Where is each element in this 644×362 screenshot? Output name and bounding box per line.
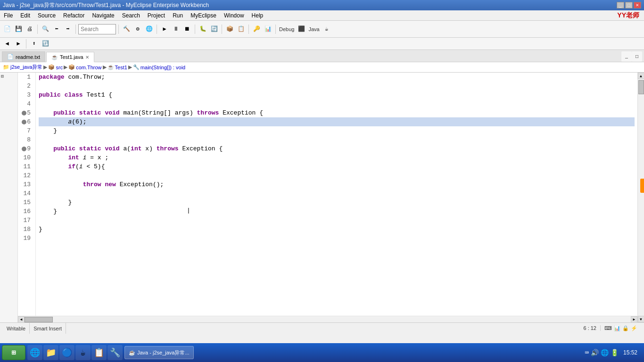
- taskbar-icon-ie[interactable]: 🌐: [27, 345, 42, 360]
- breadcrumb-icon-project: 📁: [3, 64, 9, 70]
- left-icons: ⊞: [0, 73, 17, 81]
- taskbar-app-icon: ☕: [129, 350, 135, 356]
- tb-btn-11[interactable]: ⏸: [171, 24, 181, 34]
- linenum-11: 11: [21, 162, 33, 171]
- tb-perspective[interactable]: ⬛: [296, 24, 306, 34]
- menu-run[interactable]: Run: [169, 10, 187, 20]
- menu-search[interactable]: Search: [118, 10, 144, 20]
- minimize-button[interactable]: _: [617, 2, 624, 8]
- hscroll-track[interactable]: [25, 317, 631, 322]
- nav-refresh[interactable]: 🔃: [40, 39, 50, 49]
- tb-btn-7[interactable]: 🔨: [121, 24, 132, 34]
- code-line-10: int i = x ;: [39, 153, 635, 162]
- code-line-6: a(6);: [39, 117, 635, 126]
- close-button[interactable]: ✕: [634, 2, 641, 8]
- breadcrumb-icon-method: 🔧: [133, 64, 140, 70]
- tray-icon-3: 🌐: [601, 349, 609, 357]
- scroll-down-button[interactable]: ▼: [638, 316, 644, 322]
- line-numbers: 1 2 3 4 5 6 7 8 9 10 11 12 13 14 15 16 1…: [18, 73, 36, 322]
- code-line-5: public static void main(String[] args) t…: [39, 108, 635, 117]
- tab-readme[interactable]: 📄 readme.txt: [2, 51, 45, 62]
- scroll-up-button[interactable]: ▲: [638, 73, 644, 79]
- clock: 15:52: [620, 349, 640, 356]
- outline-icon[interactable]: ⊞: [1, 74, 8, 80]
- scroll-right-button[interactable]: ▶: [631, 316, 637, 323]
- tab-test1[interactable]: ☕ Test1.java ✕: [46, 52, 94, 62]
- search-input[interactable]: [78, 24, 116, 34]
- taskbar-quick-launch: 🌐 📁 🔵 ☕ 📋 🔧: [27, 345, 123, 360]
- tb-btn-6[interactable]: ➡: [63, 24, 73, 34]
- breadcrumb-src[interactable]: src: [56, 65, 63, 70]
- breadcrumb-package[interactable]: com.Throw: [76, 65, 101, 70]
- status-icon-2: 📊: [614, 325, 620, 331]
- orange-marker: [640, 179, 644, 193]
- tb-btn-12[interactable]: ⏹: [182, 24, 192, 34]
- tab-minimize[interactable]: _: [621, 51, 632, 62]
- horizontal-scrollbar[interactable]: ◀ ▶: [18, 316, 637, 322]
- nav-up[interactable]: ⬆: [29, 39, 39, 49]
- title-bar: Java - j2se_java异常/src/com/Throw/Test1.j…: [0, 0, 644, 10]
- start-icon: ⊞: [11, 349, 16, 356]
- tab-maximize[interactable]: □: [632, 51, 642, 62]
- scroll-left-button[interactable]: ◀: [18, 316, 25, 323]
- taskbar-icon-folder[interactable]: 📁: [43, 345, 58, 360]
- tb-debug[interactable]: 🔍: [40, 24, 50, 34]
- tb-btn-2[interactable]: 💾: [13, 24, 24, 34]
- restore-button[interactable]: □: [625, 2, 633, 8]
- scroll-thumb[interactable]: [638, 80, 644, 94]
- nav-forward[interactable]: ▶: [13, 39, 24, 49]
- menu-help[interactable]: Help: [248, 10, 267, 20]
- tb-btn-15[interactable]: 📦: [224, 24, 235, 34]
- right-scrollbar[interactable]: ▲ ▼: [637, 73, 644, 322]
- code-line-1: package com.Throw;: [39, 73, 635, 82]
- menu-edit[interactable]: Edit: [17, 10, 34, 20]
- tb-btn-17[interactable]: 🔑: [251, 24, 262, 34]
- tb-btn-18[interactable]: 📊: [263, 24, 273, 34]
- tb-btn-13[interactable]: 🐛: [198, 24, 208, 34]
- tb-java-perspective[interactable]: ☕: [322, 24, 332, 34]
- taskbar-myeclipse-app[interactable]: ☕ Java - j2se_java异常...: [124, 346, 194, 359]
- tb-btn-10[interactable]: ▶: [159, 24, 170, 34]
- linenum-1: 1: [21, 73, 33, 82]
- breadcrumb-class[interactable]: Test1: [115, 65, 127, 70]
- taskbar-icon-app3[interactable]: 🔧: [107, 345, 123, 360]
- menu-project[interactable]: Project: [144, 10, 169, 20]
- sep-nav: [26, 39, 26, 49]
- taskbar-icon-eclipse[interactable]: ☕: [75, 345, 91, 360]
- menu-navigate[interactable]: Navigate: [88, 10, 118, 20]
- window-title: Java - j2se_java异常/src/com/Throw/Test1.j…: [3, 1, 209, 9]
- breadcrumb-icon-package: 📦: [68, 64, 75, 70]
- tb-btn-3[interactable]: 🖨: [25, 24, 35, 34]
- status-icon-4: ⚡: [631, 325, 637, 331]
- tb-btn-14[interactable]: 🔄: [209, 24, 219, 34]
- menu-myeclipse[interactable]: MyEclipse: [187, 10, 220, 20]
- tab-test1-label: Test1.java: [60, 54, 83, 60]
- linenum-8: 8: [21, 135, 33, 144]
- code-editor[interactable]: package com.Throw; public class Test1 { …: [36, 73, 637, 322]
- tab-test1-close[interactable]: ✕: [85, 55, 89, 60]
- tb-btn-5[interactable]: ⬅: [51, 24, 62, 34]
- linenum-15: 15: [21, 198, 33, 207]
- linenum-6: 6: [21, 117, 33, 126]
- menu-file[interactable]: File: [0, 10, 17, 20]
- new-button[interactable]: 📄: [2, 24, 12, 34]
- taskbar-icon-chrome[interactable]: 🔵: [59, 345, 74, 360]
- taskbar-icon-app2[interactable]: 📋: [91, 345, 107, 360]
- scroll-track[interactable]: [638, 79, 644, 316]
- breadcrumb: 📁 j2se_java异常 ▶ 📦 src ▶ 📦 com.Throw ▶ ☕ …: [0, 62, 644, 73]
- code-line-8: [39, 135, 635, 144]
- breadcrumb-icon-src: 📦: [48, 64, 55, 70]
- menu-refactor[interactable]: Refactor: [59, 10, 88, 20]
- menu-window[interactable]: Window: [220, 10, 248, 20]
- tb-btn-8[interactable]: ⚙: [132, 24, 143, 34]
- nav-back[interactable]: ◀: [2, 39, 12, 49]
- breadcrumb-method[interactable]: main(String[]) : void: [140, 65, 185, 70]
- breadcrumb-project[interactable]: j2se_java异常: [10, 64, 42, 71]
- window-controls: _ □ ✕: [617, 2, 641, 8]
- tb-btn-16[interactable]: 📋: [236, 24, 246, 34]
- code-line-11: if(i < 5){: [39, 162, 635, 171]
- menu-source[interactable]: Source: [34, 10, 59, 20]
- tb-btn-9[interactable]: 🌐: [144, 24, 154, 34]
- start-button[interactable]: ⊞: [2, 345, 25, 360]
- hscroll-thumb[interactable]: [25, 317, 53, 322]
